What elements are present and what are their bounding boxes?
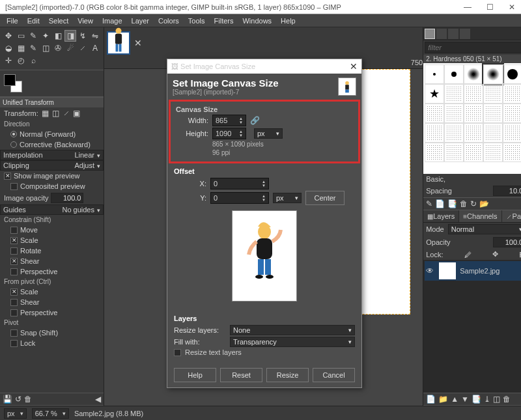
chain-link-icon[interactable]: 🔗 (250, 116, 260, 125)
brush-item[interactable] (425, 123, 444, 143)
menu-filters[interactable]: Filters (210, 16, 238, 26)
offset-y-input[interactable]: 0▲▼ (210, 192, 269, 204)
tool-pencil[interactable]: ✎ (27, 42, 39, 54)
menu-windows[interactable]: Windows (238, 16, 275, 26)
layer-name[interactable]: Sample2.jpg (460, 267, 500, 275)
tool-free-select[interactable]: ✎ (27, 30, 39, 42)
layer-row[interactable]: 👁 Sample2.jpg (425, 261, 521, 281)
tool-rect-select[interactable]: ▭ (15, 30, 27, 42)
opacity-field[interactable]: 100.0 (51, 193, 83, 203)
tool-clone[interactable]: ✇ (52, 42, 64, 54)
chk-perspective[interactable] (10, 268, 18, 275)
clipping-dropdown[interactable]: Clipping Adjust (0, 160, 104, 171)
restore-options-icon[interactable]: ↺ (15, 395, 21, 404)
chk-resize-text[interactable] (174, 349, 181, 356)
merge-down-icon[interactable]: ⤓ (484, 395, 490, 404)
brush-item[interactable] (464, 84, 483, 104)
maximize-button[interactable]: ☐ (483, 3, 496, 12)
menu-tools[interactable]: Tools (184, 16, 209, 26)
tool-gradient[interactable]: ▦ (15, 42, 27, 54)
lock-position-icon[interactable]: ✥ (492, 250, 498, 259)
brush-filter-input[interactable] (425, 42, 521, 53)
brush-item[interactable] (503, 104, 521, 123)
history-tab-icon[interactable] (460, 29, 470, 39)
transform-layer-icon[interactable]: ▦ (41, 109, 50, 118)
dialog-close-icon[interactable]: ✕ (350, 61, 358, 72)
tool-zoom[interactable]: ⌕ (27, 55, 39, 66)
mode-dropdown[interactable]: Normal (448, 224, 521, 234)
brush-item[interactable] (464, 123, 483, 143)
delete-options-icon[interactable]: 🗑 (24, 395, 32, 404)
brush-item[interactable] (464, 64, 483, 84)
delete-brush-icon[interactable]: 🗑 (460, 199, 468, 208)
brush-item[interactable] (425, 104, 444, 123)
chk-snap[interactable] (10, 329, 18, 337)
transform-image-icon[interactable]: ▣ (72, 109, 81, 118)
offset-preview[interactable] (232, 210, 297, 301)
chk-composited[interactable] (10, 183, 18, 190)
minimize-button[interactable]: — (461, 3, 474, 12)
tool-crop[interactable]: ◧ (52, 30, 64, 42)
brush-item[interactable] (483, 143, 503, 162)
brush-item[interactable]: ★ (425, 84, 444, 104)
brush-item[interactable] (464, 143, 483, 162)
menu-layer[interactable]: Layer (128, 16, 154, 26)
guides-dropdown[interactable]: Guides No guides (0, 204, 104, 215)
new-layer-icon[interactable]: 📄 (426, 395, 436, 404)
resize-button[interactable]: Resize (266, 368, 309, 382)
fg-color-swatch[interactable] (4, 74, 16, 86)
lower-layer-icon[interactable]: ▼ (461, 395, 469, 404)
brush-item[interactable] (444, 143, 464, 162)
fonts-tab-icon[interactable] (448, 29, 458, 39)
brush-item[interactable] (483, 64, 503, 84)
radio-corrective[interactable] (10, 141, 17, 148)
tool-smudge[interactable]: ☄ (64, 42, 76, 54)
fill-with-dropdown[interactable]: Transparency (230, 337, 355, 347)
duplicate-brush-icon[interactable]: 📑 (447, 199, 457, 208)
tab-channels[interactable]: ≡Channels (459, 210, 501, 222)
menu-file[interactable]: File (3, 16, 22, 26)
brush-item[interactable] (464, 104, 483, 123)
unit-dropdown-dialog[interactable]: px (254, 128, 283, 139)
image-tab-thumb[interactable] (107, 31, 130, 55)
interpolation-dropdown[interactable]: Interpolation Linear (0, 150, 104, 160)
save-options-icon[interactable]: 💾 (3, 395, 12, 404)
reset-options-icon[interactable]: ◀ (95, 395, 101, 404)
tool-color-picker[interactable]: ✛ (3, 55, 14, 66)
tool-measure[interactable]: ◴ (15, 55, 27, 66)
tool-unified-transform[interactable]: ◨ (64, 30, 76, 42)
resize-layers-dropdown[interactable]: None (230, 325, 355, 335)
color-swatch[interactable] (0, 70, 104, 97)
brush-item[interactable] (503, 123, 521, 143)
patterns-tab-icon[interactable] (436, 29, 447, 39)
close-button[interactable]: ✕ (505, 3, 518, 12)
chk-show-preview[interactable] (4, 173, 11, 180)
open-brush-icon[interactable]: 📂 (479, 199, 489, 208)
lock-pixels-icon[interactable]: 🖉 (464, 251, 472, 259)
menu-view[interactable]: View (74, 16, 97, 26)
chk-scale[interactable] (10, 237, 18, 244)
tool-move[interactable]: ✥ (3, 30, 14, 42)
tab-paths[interactable]: ⟋Paths (502, 210, 521, 222)
chk-pivot-scale[interactable] (10, 288, 18, 296)
tab-layers[interactable]: ▦Layers (423, 210, 459, 222)
mask-icon[interactable]: ◫ (493, 395, 500, 404)
brush-item[interactable] (444, 104, 464, 123)
brush-item[interactable] (503, 84, 521, 104)
brush-item[interactable] (425, 64, 444, 84)
chk-shear[interactable] (10, 258, 18, 265)
refresh-brush-icon[interactable]: ↻ (470, 199, 477, 208)
center-button[interactable]: Center (305, 191, 345, 205)
zoom-dropdown[interactable]: 66.7 % (32, 408, 69, 419)
duplicate-layer-icon[interactable]: 📑 (472, 395, 481, 404)
menu-select[interactable]: Select (45, 16, 73, 26)
brush-item[interactable] (503, 64, 521, 84)
brush-item[interactable] (483, 84, 503, 104)
offset-x-input[interactable]: 0▲▼ (210, 178, 269, 189)
layer-thumbnail[interactable] (439, 262, 456, 279)
tool-warp[interactable]: ↯ (77, 30, 89, 42)
spacing-field[interactable]: 10.0 (493, 186, 521, 196)
menu-edit[interactable]: Edit (23, 16, 44, 26)
visibility-icon[interactable]: 👁 (426, 266, 435, 275)
tool-eraser[interactable]: ◫ (40, 42, 51, 54)
